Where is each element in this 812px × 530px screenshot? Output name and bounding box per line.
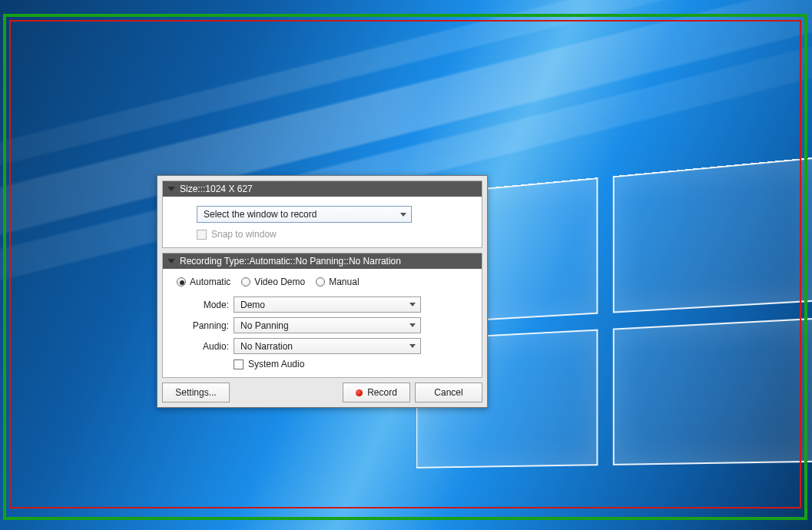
- system-audio-label: System Audio: [248, 359, 304, 369]
- audio-dropdown[interactable]: No Narration: [234, 338, 421, 354]
- panning-dropdown[interactable]: No Panning: [234, 317, 421, 333]
- chevron-down-icon: [409, 303, 416, 306]
- window-select-dropdown[interactable]: Select the window to record: [197, 206, 412, 223]
- audio-label: Audio:: [174, 341, 234, 352]
- desktop-background: Size:::1024 X 627 Select the window to r…: [0, 0, 812, 530]
- chevron-down-icon: [400, 213, 406, 217]
- radio-icon: [241, 277, 250, 287]
- snap-to-window-label: Snap to window: [211, 229, 277, 240]
- snap-to-window-checkbox: [197, 230, 207, 240]
- chevron-down-icon: [409, 323, 416, 327]
- record-button[interactable]: Record: [343, 383, 410, 402]
- cancel-button[interactable]: Cancel: [415, 383, 482, 402]
- recording-type-video-demo-radio[interactable]: Video Demo: [241, 277, 305, 287]
- recording-type-automatic-radio[interactable]: Automatic: [177, 277, 230, 287]
- radio-label: Manual: [329, 277, 359, 287]
- mode-dropdown[interactable]: Demo: [234, 296, 421, 313]
- system-audio-checkbox[interactable]: [234, 359, 244, 369]
- settings-button-label: Settings...: [175, 387, 216, 398]
- recording-type-radio-group: Automatic Video Demo Manual: [177, 277, 471, 287]
- radio-icon: [177, 277, 186, 287]
- recording-type-header-text: Recording Type::Automatic::No Panning::N…: [180, 256, 401, 267]
- collapse-icon: [167, 187, 175, 191]
- panning-label: Panning:: [174, 320, 234, 331]
- audio-value: No Narration: [240, 341, 293, 352]
- recording-type-section: Recording Type::Automatic::No Panning::N…: [162, 253, 482, 378]
- panning-value: No Panning: [240, 320, 289, 331]
- recording-config-dialog: Size:::1024 X 627 Select the window to r…: [157, 175, 488, 408]
- size-section: Size:::1024 X 627 Select the window to r…: [162, 181, 482, 248]
- record-button-label: Record: [367, 387, 397, 398]
- dialog-button-row: Settings... Record Cancel: [162, 383, 482, 402]
- collapse-icon: [167, 259, 175, 263]
- snap-to-window-row: Snap to window: [197, 229, 471, 240]
- size-section-header[interactable]: Size:::1024 X 627: [163, 181, 482, 197]
- mode-label: Mode:: [174, 300, 234, 310]
- recording-type-header[interactable]: Recording Type::Automatic::No Panning::N…: [163, 253, 482, 269]
- chevron-down-icon: [409, 344, 416, 348]
- mode-value: Demo: [240, 300, 265, 310]
- radio-label: Video Demo: [254, 277, 305, 287]
- record-icon: [356, 389, 363, 396]
- size-header-text: Size:::1024 X 627: [180, 184, 253, 194]
- radio-label: Automatic: [190, 277, 230, 287]
- radio-icon: [316, 277, 325, 287]
- cancel-button-label: Cancel: [434, 387, 462, 398]
- recording-type-manual-radio[interactable]: Manual: [316, 277, 359, 287]
- window-select-value: Select the window to record: [204, 209, 317, 220]
- settings-button[interactable]: Settings...: [162, 383, 230, 402]
